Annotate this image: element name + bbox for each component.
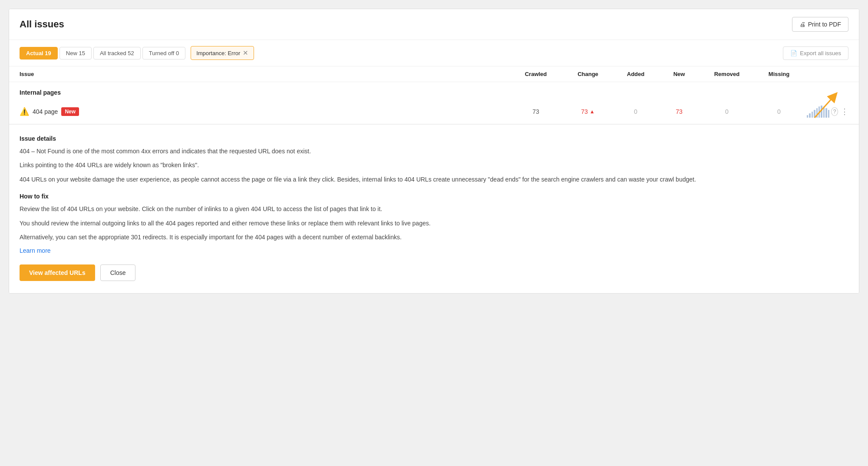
header: All issues 🖨 Print to PDF [9, 9, 859, 40]
how-to-fix-section: How to fix Review the list of 404 URLs o… [20, 193, 848, 254]
cell-removed: 0 [701, 108, 753, 115]
tab-turned-off[interactable]: Turned off 0 [142, 47, 185, 59]
col-missing: Missing [753, 71, 805, 77]
main-card: All issues 🖨 Print to PDF Actual 19 New … [9, 9, 859, 294]
issue-name[interactable]: 404 page [33, 108, 58, 115]
learn-more-link[interactable]: Learn more [20, 247, 51, 254]
col-actions [831, 71, 848, 77]
cell-crawled: 73 [510, 108, 562, 115]
tab-new[interactable]: New 15 [59, 47, 92, 59]
cell-missing: 0 [753, 108, 805, 115]
col-added: Added [614, 71, 657, 77]
warning-icon: ⚠️ [20, 107, 29, 116]
col-change: Change [562, 71, 614, 77]
svg-line-0 [815, 96, 834, 118]
cell-new: 73 [657, 108, 701, 115]
cell-change: 73 ▲ [562, 108, 614, 115]
issue-details-section: Issue details 404 – Not Found is one of … [20, 135, 848, 184]
close-filter-icon[interactable]: ✕ [243, 49, 248, 57]
page-wrapper: All issues 🖨 Print to PDF Actual 19 New … [0, 0, 868, 466]
detail-para-3: 404 URLs on your website damage the user… [20, 175, 848, 184]
button-row: View affected URLs Close [20, 264, 848, 281]
col-removed: Removed [701, 71, 753, 77]
tab-actual[interactable]: Actual 19 [20, 47, 58, 59]
section-header: Internal pages [9, 82, 859, 99]
filter-bar: Actual 19 New 15 All tracked 52 Turned o… [9, 40, 859, 66]
table-header: Issue Crawled Change Added New Removed M… [9, 66, 859, 82]
fix-para-1: Review the list of 404 URLs on your webs… [20, 204, 848, 214]
fix-para-3: Alternatively, you can set the appropria… [20, 232, 848, 242]
export-button[interactable]: 📄 Export all issues [783, 46, 848, 60]
more-options-icon[interactable]: ⋮ [841, 107, 848, 116]
issue-row-container: ⚠️ 404 page New 73 73 ▲ 0 73 0 0 [9, 99, 859, 124]
how-to-fix-title: How to fix [20, 193, 848, 200]
col-issue: Issue [20, 71, 510, 77]
page-title: All issues [20, 19, 64, 30]
detail-panel: Issue details 404 – Not Found is one of … [9, 124, 859, 293]
issue-details-title: Issue details [20, 135, 848, 142]
col-chart [805, 71, 831, 77]
new-badge: New [61, 107, 79, 116]
importance-filter-badge[interactable]: Importance: Error ✕ [191, 46, 254, 60]
section-title: Internal pages [20, 89, 61, 96]
print-button[interactable]: 🖨 Print to PDF [792, 17, 848, 32]
print-icon: 🖨 [799, 21, 805, 28]
issue-cell: ⚠️ 404 page New [20, 107, 510, 116]
table-row: ⚠️ 404 page New 73 73 ▲ 0 73 0 0 [9, 99, 859, 124]
detail-para-2: Links pointing to the 404 URLs are widel… [20, 160, 848, 170]
close-button[interactable]: Close [100, 264, 136, 281]
orange-arrow-annotation [810, 92, 841, 123]
view-affected-urls-button[interactable]: View affected URLs [20, 264, 95, 281]
col-new: New [657, 71, 701, 77]
fix-para-2: You should review the internal outgoing … [20, 218, 848, 228]
export-icon: 📄 [790, 50, 797, 56]
change-arrow-icon: ▲ [590, 109, 595, 115]
tab-all-tracked[interactable]: All tracked 52 [93, 47, 141, 59]
detail-para-1: 404 – Not Found is one of the most commo… [20, 146, 848, 156]
col-crawled: Crawled [510, 71, 562, 77]
cell-added: 0 [614, 108, 657, 115]
